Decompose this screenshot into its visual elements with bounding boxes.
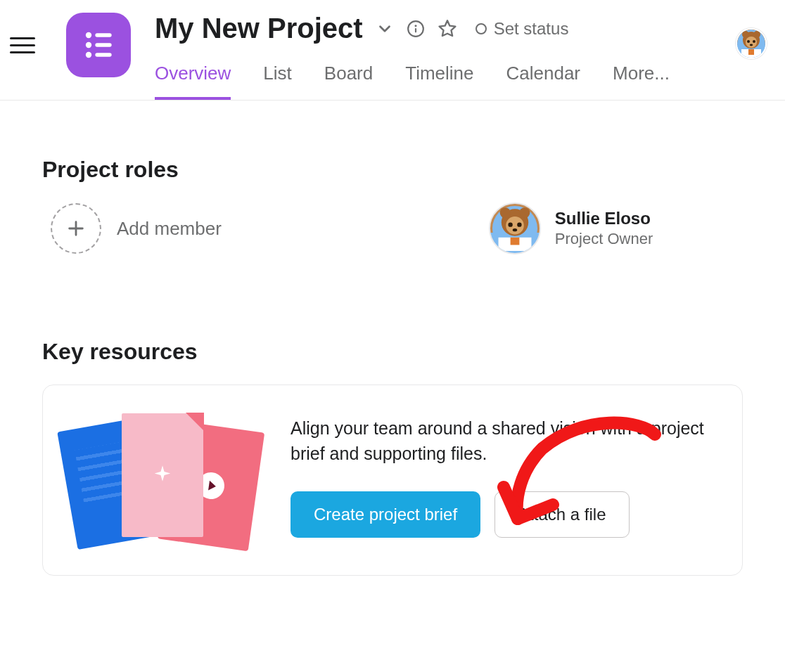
user-avatar[interactable] (736, 28, 767, 59)
tab-list[interactable]: List (263, 63, 291, 100)
svg-rect-28 (510, 238, 519, 245)
svg-point-2 (86, 42, 91, 48)
svg-point-23 (517, 222, 521, 226)
tab-calendar[interactable]: Calendar (506, 63, 581, 100)
project-icon[interactable] (66, 13, 131, 77)
tabs: Overview List Board Timeline Calendar Mo… (155, 63, 771, 100)
project-title[interactable]: My New Project (155, 13, 363, 44)
svg-point-0 (86, 32, 91, 38)
info-icon[interactable] (407, 20, 425, 38)
tab-overview[interactable]: Overview (155, 63, 231, 100)
resources-description: Align your team around a shared vision w… (291, 415, 718, 467)
svg-point-26 (519, 207, 530, 218)
card-buttons: Create project brief Attach a file (291, 491, 718, 538)
section-title-roles: Project roles (42, 157, 743, 183)
add-member-label: Add member (117, 218, 222, 240)
documents-illustration (67, 413, 257, 540)
owner-avatar (489, 202, 541, 254)
section-title-resources: Key resources (42, 339, 743, 365)
svg-point-22 (508, 222, 512, 226)
svg-point-13 (753, 40, 755, 43)
svg-point-12 (747, 40, 750, 43)
body: Project roles Add member (0, 101, 785, 604)
header-main: My New Project Set status Overview List … (131, 13, 771, 100)
svg-rect-18 (748, 49, 754, 55)
svg-point-16 (753, 31, 760, 38)
status-label: Set status (494, 19, 569, 39)
plus-icon (51, 203, 101, 254)
svg-point-25 (500, 207, 511, 218)
create-project-brief-button[interactable]: Create project brief (291, 491, 480, 538)
attach-file-button[interactable]: Attach a file (494, 491, 629, 538)
tab-board[interactable]: Board (324, 63, 373, 100)
owner-name: Sullie Eloso (555, 209, 653, 228)
svg-rect-3 (95, 43, 111, 47)
header: My New Project Set status Overview List … (0, 0, 785, 101)
tab-timeline[interactable]: Timeline (405, 63, 473, 100)
chevron-down-icon[interactable] (376, 20, 394, 38)
svg-point-14 (750, 44, 753, 46)
owner-role: Project Owner (555, 230, 653, 248)
owner-info: Sullie Eloso Project Owner (555, 209, 653, 248)
status-dot-icon (476, 23, 487, 34)
svg-point-15 (742, 31, 749, 38)
star-icon[interactable] (438, 19, 457, 39)
svg-point-7 (414, 25, 416, 27)
card-content: Align your team around a shared vision w… (291, 415, 718, 538)
menu-icon[interactable] (10, 31, 38, 59)
svg-rect-1 (95, 33, 111, 37)
add-member-button[interactable]: Add member (42, 203, 222, 254)
set-status-button[interactable]: Set status (470, 16, 575, 41)
svg-point-24 (513, 228, 517, 231)
tab-more[interactable]: More... (613, 63, 670, 100)
project-owner[interactable]: Sullie Eloso Project Owner (489, 202, 653, 254)
roles-row: Add member Sullie Eloso (42, 202, 743, 254)
svg-point-4 (86, 52, 91, 58)
svg-rect-5 (95, 53, 111, 57)
key-resources-card: Align your team around a shared vision w… (42, 385, 743, 576)
svg-rect-8 (415, 27, 416, 32)
title-row: My New Project Set status (155, 13, 771, 44)
